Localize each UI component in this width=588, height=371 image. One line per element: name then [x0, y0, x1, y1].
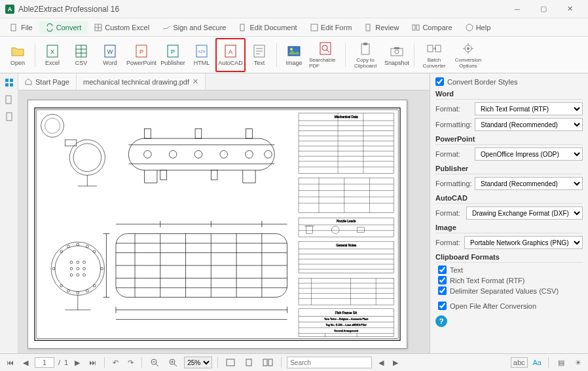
svg-text:P: P: [171, 49, 175, 55]
svg-rect-7: [413, 25, 415, 30]
select-pub-formatting[interactable]: Standard (Recommended): [475, 177, 583, 190]
svg-point-110: [93, 284, 96, 287]
select-word-format[interactable]: Rich Text Format (RTF): [475, 102, 583, 115]
svg-point-73: [73, 144, 101, 172]
svg-text:General Arrangement: General Arrangement: [334, 329, 359, 332]
page-number-input[interactable]: 1: [35, 357, 54, 368]
fit-page-icon[interactable]: [242, 357, 256, 368]
svg-point-109: [60, 284, 63, 287]
svg-rect-5: [311, 24, 318, 31]
tool-powerpoint[interactable]: PPowerPoint: [125, 39, 158, 71]
menu-custom-excel[interactable]: Custom Excel: [88, 21, 156, 34]
svg-point-108: [93, 250, 96, 253]
menu-edit-document[interactable]: Edit Document: [232, 21, 303, 34]
tool-copy-clipboard[interactable]: Copy to Clipboard: [349, 39, 382, 71]
rotate-ccw-button[interactable]: ↶: [110, 357, 121, 368]
close-button[interactable]: ✕: [557, 1, 583, 18]
tab-start-page[interactable]: Start Page: [18, 73, 77, 90]
app-title: Able2Extract Professional 16: [18, 5, 504, 14]
svg-point-9: [466, 24, 473, 31]
attachments-icon[interactable]: [4, 111, 14, 122]
first-page-button[interactable]: ⏮: [4, 357, 16, 368]
svg-rect-36: [363, 43, 367, 45]
conversion-options-panel: Convert Border Styles Word Format:Rich T…: [430, 73, 588, 353]
svg-text:General Notes: General Notes: [336, 244, 357, 247]
tool-autocad[interactable]: AAutoCAD: [217, 39, 244, 71]
next-page-button[interactable]: ▶: [72, 357, 83, 368]
theme-icon[interactable]: ☀: [572, 357, 584, 368]
maximize-button[interactable]: ▢: [530, 1, 557, 18]
svg-text:Nozzle Loads: Nozzle Loads: [337, 220, 356, 223]
status-bar: ⏮ ◀ 1 / 1 ▶ ⏭ ↶ ↷ 25% ◀ ▶ abc Aa ▤ ☀: [0, 353, 588, 371]
prev-page-button[interactable]: ◀: [20, 357, 31, 368]
menu-sign-secure[interactable]: Sign and Secure: [156, 21, 232, 34]
fit-width-icon[interactable]: [223, 357, 238, 368]
menu-help[interactable]: Help: [459, 21, 498, 34]
case-sensitive-toggle[interactable]: Aa: [533, 359, 542, 366]
tool-word[interactable]: WWord: [96, 39, 124, 71]
svg-point-120: [83, 267, 86, 270]
tool-conversion-options[interactable]: Conversion Options: [452, 39, 485, 71]
svg-point-56: [41, 114, 64, 137]
tool-publisher[interactable]: PPublisher: [159, 39, 187, 71]
tool-snapshot[interactable]: Snapshot: [383, 39, 411, 71]
collapse-panel-icon[interactable]: ▤: [555, 357, 567, 368]
tab-document[interactable]: mechanical technical drawing.pdf✕: [77, 73, 206, 90]
select-word-formatting[interactable]: Standard (Recommended): [475, 118, 583, 131]
svg-rect-155: [357, 227, 365, 233]
tool-text[interactable]: Text: [246, 39, 273, 71]
document-tabs: Start Page mechanical technical drawing.…: [18, 73, 430, 90]
search-input[interactable]: [287, 357, 372, 368]
chk-open-after[interactable]: [438, 302, 447, 310]
svg-point-63: [194, 151, 202, 159]
svg-line-183: [156, 364, 158, 366]
chk-clip-csv[interactable]: [438, 286, 447, 295]
svg-rect-48: [5, 79, 9, 82]
search-next-button[interactable]: ▶: [390, 357, 401, 368]
svg-rect-51: [10, 83, 13, 87]
pdf-page: Mechanical Data Nozzle Loads: [28, 100, 407, 349]
two-page-icon[interactable]: [260, 357, 276, 368]
document-viewport[interactable]: Mechanical Data Nozzle Loads: [18, 90, 430, 353]
menu-review[interactable]: Review: [358, 21, 405, 34]
svg-point-62: [169, 151, 177, 159]
chk-clip-text[interactable]: [438, 265, 447, 274]
tab-close-icon[interactable]: ✕: [193, 77, 198, 86]
search-prev-button[interactable]: ◀: [376, 357, 386, 368]
bookmarks-icon[interactable]: [4, 94, 14, 105]
svg-point-117: [83, 261, 86, 264]
svg-rect-52: [6, 96, 11, 104]
whole-word-toggle[interactable]: abc: [511, 357, 528, 368]
svg-point-122: [77, 274, 79, 277]
tool-searchable-pdf[interactable]: Searchable PDF: [309, 39, 342, 71]
select-image-format[interactable]: Portable Network Graphics (PNG): [464, 236, 583, 249]
svg-text:P: P: [139, 49, 143, 55]
menu-edit-form[interactable]: Edit Form: [304, 21, 359, 34]
help-icon[interactable]: ?: [435, 315, 447, 327]
minimize-button[interactable]: ─: [504, 1, 530, 18]
zoom-out-button[interactable]: [147, 357, 162, 368]
select-pp-format[interactable]: OpenOffice Impress (ODP): [475, 147, 583, 161]
svg-rect-152: [306, 226, 313, 234]
thumbnails-icon[interactable]: [4, 77, 14, 88]
select-autocad-format[interactable]: Drawing Exchange Format (DXF): [466, 206, 583, 220]
tool-image[interactable]: Image: [280, 39, 308, 71]
chk-convert-border-styles[interactable]: [435, 77, 444, 86]
svg-rect-191: [263, 359, 267, 366]
svg-rect-58: [128, 138, 274, 170]
zoom-in-button[interactable]: [166, 357, 180, 368]
tool-html[interactable]: </>HTML: [188, 39, 215, 71]
tool-excel[interactable]: XExcel: [39, 39, 66, 71]
menu-compare[interactable]: Compare: [405, 21, 458, 34]
rotate-cw-button[interactable]: ↷: [125, 357, 136, 368]
last-page-button[interactable]: ⏭: [86, 357, 99, 368]
zoom-select[interactable]: 25%: [184, 357, 212, 368]
tool-batch-converter[interactable]: Batch Converter: [418, 39, 450, 71]
chk-clip-rtf[interactable]: [438, 276, 447, 284]
title-bar: A Able2Extract Professional 16 ─ ▢ ✕: [0, 0, 588, 18]
svg-point-112: [86, 245, 88, 248]
menu-convert[interactable]: Convert: [39, 21, 88, 34]
tool-csv[interactable]: CSV: [67, 39, 95, 71]
tool-open[interactable]: Open: [4, 39, 31, 71]
menu-file[interactable]: File: [4, 21, 39, 34]
